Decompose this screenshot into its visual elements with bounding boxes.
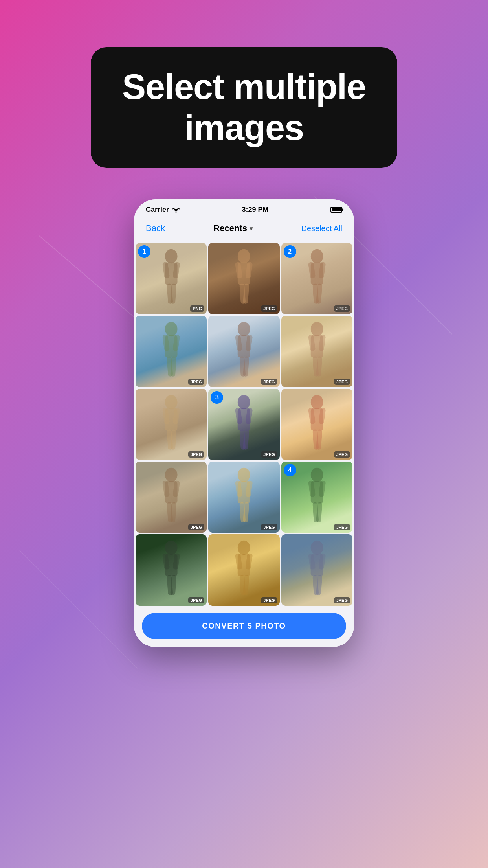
photo-figure — [281, 316, 352, 387]
photo-cell[interactable]: JPEG — [208, 316, 279, 387]
format-badge: JPEG — [188, 597, 204, 603]
status-bar: Carrier 3:29 PM — [134, 199, 354, 217]
format-badge: JPEG — [334, 524, 350, 530]
selection-badge: 1 — [138, 245, 150, 258]
photo-cell[interactable]: JPEG — [281, 389, 352, 460]
format-badge: JPEG — [261, 379, 277, 385]
photo-figure — [208, 534, 279, 605]
svg-line-2 — [20, 550, 138, 668]
svg-point-88 — [310, 541, 323, 555]
deselect-all-button[interactable]: Deselect All — [301, 224, 342, 233]
photo-cell[interactable]: JPEG — [136, 316, 207, 387]
svg-point-58 — [165, 468, 178, 482]
format-badge: JPEG — [261, 451, 277, 458]
format-badge: PNG — [190, 305, 204, 312]
svg-point-10 — [238, 249, 250, 263]
battery-icon — [330, 207, 342, 213]
chevron-down-icon: ▾ — [250, 225, 253, 232]
photo-cell[interactable]: JPEG2 — [281, 243, 352, 314]
selection-badge: 2 — [284, 245, 296, 258]
nav-title[interactable]: Recents ▾ — [213, 223, 253, 234]
svg-point-34 — [310, 322, 323, 336]
photo-cell[interactable]: PNG1 — [136, 243, 207, 314]
format-badge: JPEG — [188, 379, 204, 385]
photo-figure — [208, 316, 279, 387]
photo-figure — [208, 462, 279, 533]
status-time: 3:29 PM — [242, 206, 269, 214]
format-badge: JPEG — [334, 305, 350, 312]
svg-point-28 — [238, 322, 250, 336]
svg-point-64 — [238, 468, 250, 482]
photo-figure — [136, 462, 207, 533]
format-badge: JPEG — [188, 451, 204, 458]
photo-cell[interactable]: JPEG — [208, 534, 279, 605]
svg-point-4 — [165, 249, 178, 263]
phone-frame: Carrier 3:29 PM Back Recents ▾ Deselect … — [134, 199, 354, 647]
svg-point-52 — [310, 395, 323, 409]
photo-cell[interactable]: JPEG — [281, 534, 352, 605]
photo-figure — [281, 534, 352, 605]
format-badge: JPEG — [261, 524, 277, 530]
svg-point-16 — [310, 249, 323, 263]
photo-figure — [136, 389, 207, 460]
header-title-box: Select multiple images — [91, 47, 397, 168]
selection-badge: 4 — [284, 464, 296, 476]
photo-cell[interactable]: JPEG — [208, 462, 279, 533]
wifi-icon — [172, 207, 180, 213]
svg-point-46 — [238, 395, 250, 409]
photo-cell[interactable]: JPEG — [208, 243, 279, 314]
format-badge: JPEG — [188, 524, 204, 530]
svg-point-76 — [165, 541, 178, 555]
photo-figure — [281, 389, 352, 460]
photo-grid: PNG1 JPEG JPEG2 — [134, 241, 354, 607]
convert-bar: CONVERT 5 PHOTO — [134, 607, 354, 647]
photo-cell[interactable]: JPEG — [281, 316, 352, 387]
nav-bar: Back Recents ▾ Deselect All — [134, 217, 354, 241]
format-badge: JPEG — [334, 451, 350, 458]
carrier-text: Carrier — [146, 206, 180, 214]
header-title: Select multiple images — [122, 67, 366, 148]
photo-cell[interactable]: JPEG4 — [281, 462, 352, 533]
convert-button[interactable]: CONVERT 5 PHOTO — [142, 613, 346, 639]
photo-figure — [208, 243, 279, 314]
photo-figure — [136, 534, 207, 605]
photo-cell[interactable]: JPEG — [136, 534, 207, 605]
svg-point-82 — [238, 541, 250, 555]
format-badge: JPEG — [261, 305, 277, 312]
selection-badge: 3 — [211, 391, 223, 404]
photo-figure — [136, 316, 207, 387]
format-badge: JPEG — [334, 597, 350, 603]
svg-point-70 — [310, 468, 323, 482]
format-badge: JPEG — [334, 379, 350, 385]
svg-point-3 — [176, 211, 177, 213]
photo-cell[interactable]: JPEG3 — [208, 389, 279, 460]
format-badge: JPEG — [261, 597, 277, 603]
photo-grid-container: PNG1 JPEG JPEG2 — [134, 241, 354, 607]
svg-point-22 — [165, 322, 178, 336]
back-button[interactable]: Back — [146, 223, 165, 234]
photo-cell[interactable]: JPEG — [136, 389, 207, 460]
photo-cell[interactable]: JPEG — [136, 462, 207, 533]
svg-point-40 — [165, 395, 178, 409]
